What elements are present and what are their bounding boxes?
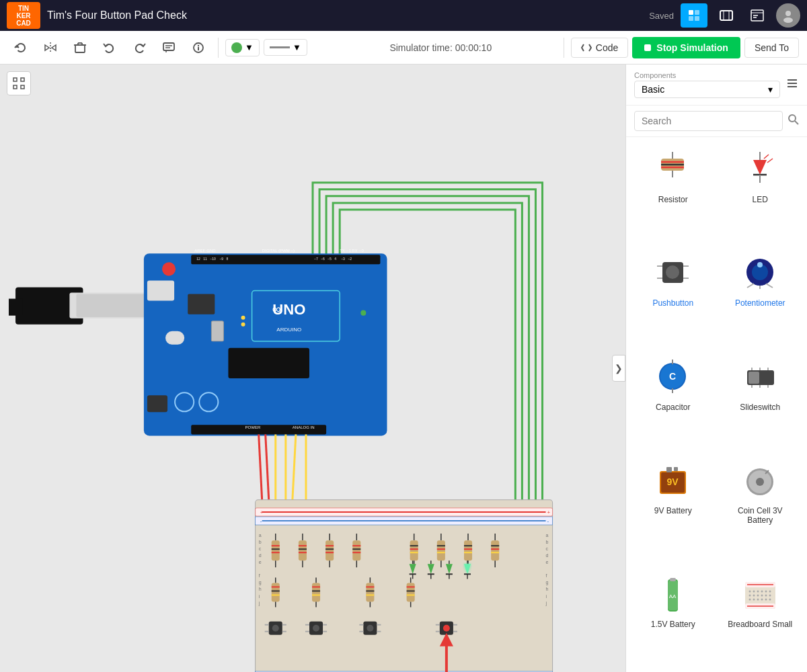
components-category-dropdown[interactable]: Basic ▾ <box>634 81 780 98</box>
svg-rect-35 <box>9 299 22 316</box>
svg-rect-2 <box>689 16 693 21</box>
component-slideswitch[interactable]: Slideswitch <box>720 351 801 448</box>
component-breadboard-small[interactable]: Breadboard Small <box>720 569 801 665</box>
svg-point-249 <box>666 265 679 279</box>
collapse-panel-button[interactable]: ❯ <box>612 355 625 382</box>
svg-text:DIGITAL (PWM ~): DIGITAL (PWM ~) <box>262 249 295 253</box>
undo-btn[interactable] <box>97 35 122 60</box>
breadboard: + + + + - - - - a b c <box>256 500 553 672</box>
svg-point-41 <box>162 262 176 276</box>
tab-circuit[interactable] <box>681 3 707 28</box>
wire-color-dropdown[interactable]: ▼ <box>225 39 260 56</box>
svg-text:e: e <box>546 560 549 564</box>
svg-text:RX→0: RX→0 <box>352 249 364 253</box>
svg-rect-117 <box>272 540 280 560</box>
svg-text:h: h <box>259 587 262 591</box>
search-input[interactable] <box>634 111 783 131</box>
search-icon[interactable] <box>788 114 799 128</box>
svg-point-217 <box>367 625 373 632</box>
svg-text:GND: GND <box>206 249 216 253</box>
svg-text:11: 11 <box>203 257 207 261</box>
svg-rect-187 <box>312 583 320 601</box>
svg-text:a: a <box>546 533 549 538</box>
inspect-btn[interactable] <box>186 35 211 60</box>
svg-marker-243 <box>753 160 767 175</box>
svg-text:C: C <box>669 371 676 382</box>
svg-point-205 <box>272 625 279 632</box>
svg-line-235 <box>795 121 798 124</box>
svg-rect-266 <box>748 372 759 384</box>
rotate-btn[interactable] <box>8 35 34 60</box>
svg-text:d: d <box>546 553 549 558</box>
svg-text:~5: ~5 <box>328 257 332 261</box>
circuit-diagram: UNO ARDUINO ∞ AREF GND DIGITAL (PW <box>0 65 625 672</box>
canvas-area[interactable]: UNO ARDUINO ∞ AREF GND DIGITAL (PW <box>0 65 625 672</box>
pushbutton-label: Pushbutton <box>652 298 693 308</box>
svg-text:12: 12 <box>196 257 200 261</box>
svg-rect-51 <box>211 321 223 341</box>
svg-text:j: j <box>545 601 547 606</box>
svg-marker-15 <box>52 45 56 50</box>
svg-text:c: c <box>259 546 262 551</box>
saved-status: Saved <box>649 11 674 21</box>
logo: TINKERCAD <box>7 2 40 29</box>
send-to-button[interactable]: Send To <box>744 38 799 58</box>
main-area: UNO ARDUINO ∞ AREF GND DIGITAL (PW <box>0 65 807 672</box>
schematic-btn[interactable] <box>714 3 738 28</box>
1-5v-battery-label: 1.5V Battery <box>651 620 695 629</box>
svg-text:~9: ~9 <box>219 257 223 261</box>
delete-btn[interactable] <box>67 35 93 60</box>
svg-rect-141 <box>410 540 418 560</box>
svg-point-291 <box>748 590 751 592</box>
redo-btn[interactable] <box>126 35 152 60</box>
svg-rect-79 <box>256 500 553 672</box>
svg-text:8: 8 <box>226 257 228 261</box>
toolbar: ▼ ▼ Simulator time: 00:00:10 Code Stop S… <box>0 31 807 65</box>
svg-rect-39 <box>147 280 174 300</box>
project-title: Tim's Four Button Pad Check <box>47 9 642 22</box>
component-9v-battery[interactable]: 9V 9V Battery <box>633 455 714 561</box>
user-avatar[interactable] <box>776 3 800 28</box>
comment-btn[interactable] <box>156 35 182 60</box>
svg-point-256 <box>757 262 763 267</box>
svg-rect-42 <box>228 348 309 378</box>
svg-point-211 <box>313 625 319 632</box>
line-style-dropdown[interactable]: ▼ <box>264 39 307 56</box>
coin-cell-label: Coin Cell 3V Battery <box>724 506 797 525</box>
search-bar <box>626 106 807 137</box>
component-potentiometer[interactable]: Potentiometer <box>720 247 801 344</box>
svg-text:a: a <box>259 533 262 538</box>
svg-rect-159 <box>491 540 499 560</box>
component-1-5v-battery[interactable]: AA 1.5V Battery <box>633 569 714 665</box>
svg-text:POWER: POWER <box>245 425 261 429</box>
component-capacitor[interactable]: C Capacitor <box>633 351 714 448</box>
svg-text:ANALOG IN: ANALOG IN <box>293 425 315 429</box>
component-led[interactable]: LED <box>720 144 801 241</box>
svg-rect-123 <box>299 540 307 560</box>
mirror-btn[interactable] <box>38 35 63 60</box>
svg-text:f: f <box>546 573 547 578</box>
code-button[interactable]: Code <box>571 38 628 58</box>
svg-text:~6: ~6 <box>321 257 325 261</box>
list-view-button[interactable] <box>785 77 799 93</box>
svg-rect-147 <box>437 540 445 560</box>
svg-rect-135 <box>352 540 360 560</box>
svg-point-53 <box>199 392 218 411</box>
svg-text:g: g <box>259 580 262 585</box>
svg-text:-: - <box>260 518 262 524</box>
svg-text:d: d <box>259 553 262 558</box>
codeblocks-btn[interactable] <box>745 3 769 28</box>
svg-point-295 <box>765 590 767 592</box>
svg-text:+: + <box>547 509 551 515</box>
component-resistor[interactable]: Resistor <box>633 144 714 241</box>
component-pushbutton[interactable]: Pushbutton <box>633 247 714 344</box>
svg-point-308 <box>769 598 771 600</box>
svg-point-307 <box>765 598 767 600</box>
svg-point-293 <box>757 590 759 592</box>
stop-icon <box>644 44 651 51</box>
stop-simulation-button[interactable]: Stop Simulation <box>632 37 740 58</box>
fit-to-screen-button[interactable] <box>7 71 31 95</box>
component-coin-cell-battery[interactable]: Coin Cell 3V Battery <box>720 455 801 561</box>
svg-point-296 <box>769 590 771 592</box>
9v-battery-label: 9V Battery <box>654 506 692 515</box>
